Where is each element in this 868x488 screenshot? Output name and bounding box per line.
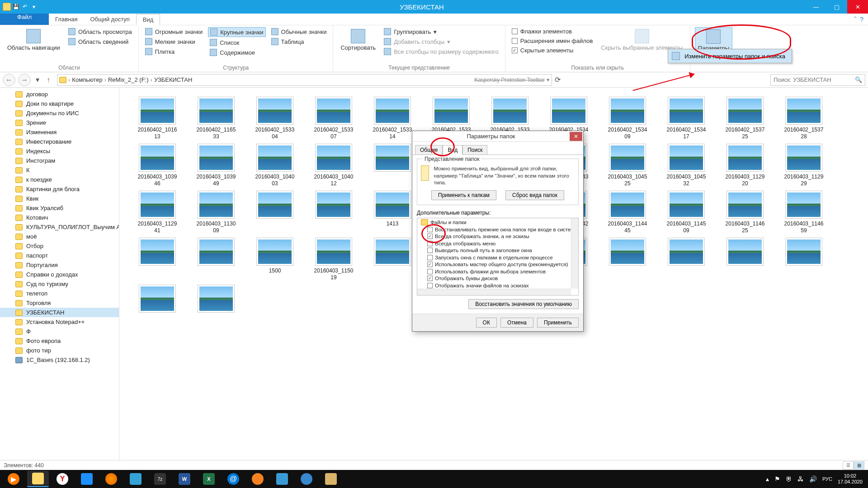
fit-columns-button[interactable]: Все столбцы по размеру содержимого [382, 47, 500, 56]
breadcrumb[interactable]: Компьютер [72, 76, 102, 83]
dialog-tab-general[interactable]: Общие [415, 145, 443, 155]
sidebar-item[interactable]: Отбор [0, 241, 119, 251]
sidebar-item[interactable]: К [0, 165, 119, 175]
sidebar-item[interactable]: Изменения [0, 127, 119, 137]
file-item[interactable]: 20160402_1534 17 [662, 97, 711, 141]
back-button[interactable]: ← [3, 74, 15, 86]
file-ext-toggle[interactable]: Расширения имен файлов [510, 37, 595, 45]
file-item[interactable]: 20160402_1016 13 [133, 97, 182, 141]
dialog-tab-view[interactable]: Вид [443, 145, 462, 155]
taskbar-word[interactable]: W [174, 471, 195, 487]
breadcrumb[interactable]: ReMix_2_2 (F:) [108, 76, 149, 83]
sidebar-item[interactable]: Ф [0, 327, 119, 336]
tray-clock[interactable]: 10:02 17.04.2020 [838, 473, 863, 485]
file-item[interactable]: 20160403_1039 49 [192, 144, 241, 188]
checkbox-icon[interactable] [427, 241, 433, 246]
sidebar-item[interactable]: Торговля [0, 298, 119, 308]
checkbox-icon[interactable] [427, 269, 433, 274]
address-bar[interactable]: › Компьютер › ReMix_2_2 (F:) › УЗБЕКИСТА… [57, 74, 552, 86]
dialog-apply-button[interactable]: Применить [537, 318, 579, 328]
sidebar-item[interactable]: моё [0, 232, 119, 241]
sidebar-item[interactable]: Квик Уралсиб [0, 203, 119, 213]
sidebar-item[interactable]: Доки по квартире [0, 99, 119, 108]
layout-md[interactable]: Обычные значки [269, 27, 329, 36]
sidebar-item[interactable]: Справки о доходах [0, 270, 119, 279]
tree-item[interactable]: Выводить полный путь в заголовке окна [419, 247, 578, 254]
tray-up-icon[interactable]: ▴ [766, 475, 769, 483]
sidebar-item[interactable]: Квик [0, 194, 119, 203]
layout-list[interactable]: Список [208, 38, 265, 47]
tree-item[interactable]: Отображать значки файлов на эскизах [419, 282, 578, 289]
tree-item[interactable]: Восстанавливать прежние окна папок при в… [419, 226, 578, 233]
taskbar-yandex[interactable]: Y [52, 471, 73, 487]
group-by-button[interactable]: Группировать ▾ [382, 27, 500, 36]
taskbar-explorer[interactable] [27, 471, 49, 487]
sidebar-item[interactable]: паспорт [0, 251, 119, 260]
tray-flag-icon[interactable]: ⚑ [774, 475, 780, 483]
file-item[interactable]: 20160402_1533 04 [250, 97, 299, 141]
window-maximize[interactable]: ▢ [826, 0, 847, 14]
tray-volume-icon[interactable]: 🔊 [809, 475, 817, 483]
file-item[interactable] [603, 238, 652, 282]
layout-tiles[interactable]: Плитка [143, 47, 204, 56]
layout-lg[interactable]: Крупные значки [208, 27, 265, 37]
dialog-close-button[interactable]: ✕ [570, 132, 582, 141]
dialog-tab-search[interactable]: Поиск [462, 145, 487, 155]
checkbox-icon[interactable] [427, 276, 433, 281]
sidebar-item[interactable]: Индексы [0, 146, 119, 156]
file-item[interactable]: 20160402_1165 33 [192, 97, 241, 141]
sidebar-item[interactable]: Португалия [0, 260, 119, 270]
sidebar-item[interactable]: 1C_Bases (192.168.1.2) [0, 355, 119, 365]
file-item[interactable]: 20160403_1146 25 [721, 191, 769, 235]
preview-pane-button[interactable]: Область просмотра [66, 27, 134, 36]
file-item[interactable]: 20160403_1129 20 [721, 144, 769, 188]
checkbox-icon[interactable] [427, 283, 433, 288]
file-item[interactable]: 20160403_1129 29 [779, 144, 828, 188]
qa-undo-icon[interactable]: ↶ [21, 3, 29, 11]
ribbon-collapse-icon[interactable]: ˆ [854, 16, 857, 23]
file-item[interactable]: 20160403_1045 25 [603, 144, 652, 188]
file-item[interactable]: 20160403_1040 12 [309, 144, 358, 188]
tree-item[interactable]: Запускать окна с папками в отдельном про… [419, 254, 578, 261]
tray-language[interactable]: РУС [822, 476, 832, 482]
breadcrumb[interactable]: УЗБЕКИСТАН [154, 76, 192, 83]
checkbox-icon[interactable] [427, 255, 433, 260]
tree-item[interactable]: Использовать флажки для выбора элементов [419, 268, 578, 275]
view-icons-button[interactable]: ▦ [854, 461, 864, 469]
file-item[interactable] [133, 285, 182, 329]
checkbox-icon[interactable] [427, 248, 433, 253]
file-item[interactable]: 1413 [368, 191, 417, 235]
taskbar-7z[interactable]: 7z [149, 471, 171, 487]
change-folder-options-item[interactable]: Изменить параметры папок и поиска [668, 49, 792, 63]
address-dropdown-icon[interactable]: ▾ [547, 76, 550, 83]
taskbar-app2[interactable] [125, 471, 146, 487]
sidebar-item[interactable]: телетоп [0, 289, 119, 298]
item-checkboxes-toggle[interactable]: Флажки элементов [510, 27, 595, 36]
dialog-titlebar[interactable]: Параметры папок ✕ [412, 131, 583, 142]
file-item[interactable] [721, 238, 769, 282]
dialog-ok-button[interactable]: ОК [476, 318, 497, 328]
tree-item[interactable]: Всегда отображать значки, а не эскизы [419, 233, 578, 240]
taskbar-app3[interactable]: @ [222, 471, 244, 487]
sort-button[interactable]: Сортировать [338, 27, 378, 53]
checkbox-icon[interactable] [427, 234, 433, 239]
nav-pane-button[interactable]: Область навигации [5, 27, 63, 53]
hidden-items-toggle[interactable]: Скрытые элементы [510, 46, 595, 55]
sidebar-item[interactable]: к поездке [0, 175, 119, 184]
checkbox-icon[interactable] [427, 227, 433, 232]
file-item[interactable]: 20160403_1146 59 [779, 191, 828, 235]
taskbar-app4[interactable] [247, 471, 269, 487]
restore-defaults-button[interactable]: Восстановить значения по умолчанию [468, 299, 579, 309]
refresh-button[interactable]: ⟳ [555, 75, 561, 84]
file-item[interactable] [192, 285, 241, 329]
help-icon[interactable]: ? [860, 16, 863, 23]
window-close[interactable]: ✕ [847, 0, 868, 14]
sidebar-item[interactable]: Документы по ИИС [0, 108, 119, 118]
file-item[interactable]: 20160403_1130 09 [192, 191, 241, 235]
advanced-settings-tree[interactable]: Файлы и папки Восстанавливать прежние ок… [417, 218, 579, 296]
search-input[interactable]: Поиск: УЗБЕКИСТАН 🔍 [770, 74, 865, 86]
dialog-cancel-button[interactable]: Отмена [500, 318, 533, 328]
taskbar-calc[interactable] [320, 471, 342, 487]
sidebar-item[interactable]: Суд по туризму [0, 279, 119, 289]
file-item[interactable]: 20160402_1537 28 [779, 97, 828, 141]
